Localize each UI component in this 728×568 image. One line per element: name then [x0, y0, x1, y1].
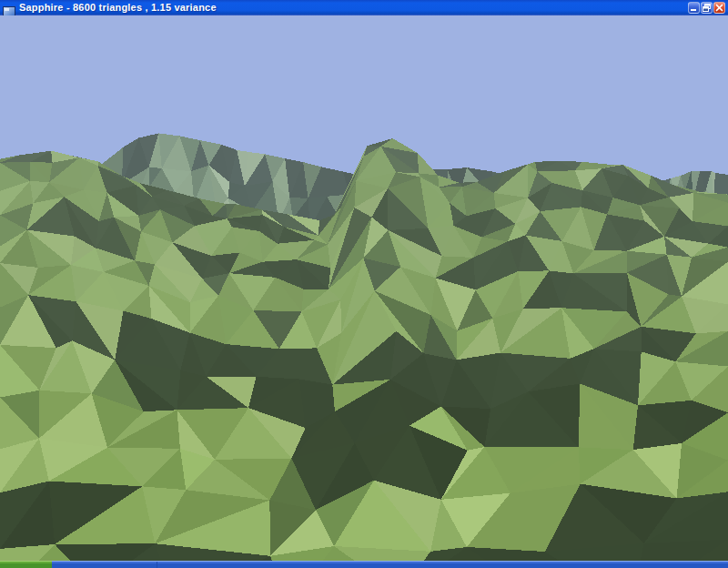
window-controls — [688, 2, 728, 14]
close-button[interactable] — [713, 2, 725, 14]
restore-icon — [703, 4, 711, 12]
window-title: Sapphire - 8600 triangles , 1.15 varianc… — [19, 0, 217, 15]
app-icon[interactable] — [3, 4, 15, 14]
close-icon — [715, 4, 723, 12]
minimize-button[interactable] — [688, 2, 700, 14]
restore-button[interactable] — [701, 2, 713, 14]
minimize-icon — [691, 9, 696, 11]
taskbar-bar[interactable] — [0, 561, 728, 568]
taskbar-divider — [157, 562, 157, 568]
main-terrain — [0, 138, 728, 561]
start-button-edge[interactable] — [0, 561, 52, 568]
taskbar[interactable] — [0, 561, 728, 568]
title-bar[interactable]: Sapphire - 8600 triangles , 1.15 varianc… — [0, 0, 728, 15]
terrain-svg — [0, 15, 728, 561]
render-viewport[interactable] — [0, 15, 728, 561]
app-icon-glyph — [3, 6, 15, 16]
app-window: Sapphire - 8600 triangles , 1.15 varianc… — [0, 0, 728, 568]
